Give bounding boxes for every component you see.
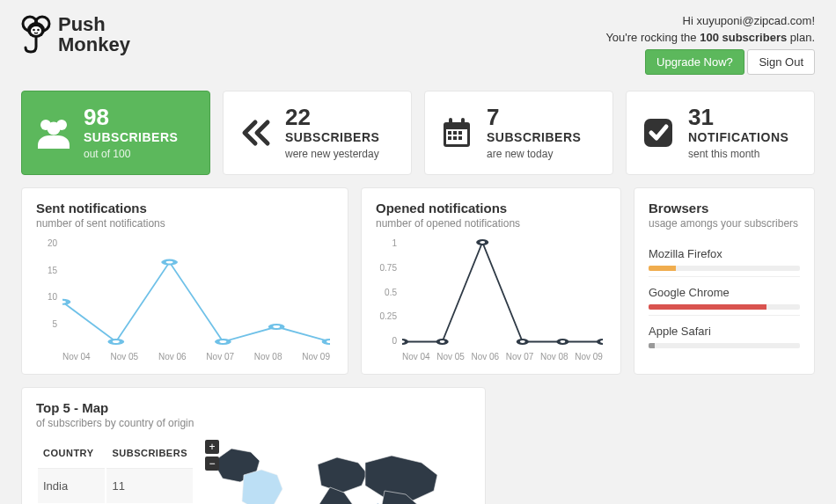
table-row: India11: [38, 468, 193, 502]
svg-point-21: [110, 340, 121, 344]
card-value: 31: [688, 106, 788, 128]
svg-point-29: [518, 340, 527, 344]
browser-name: Apple Safari: [649, 325, 800, 338]
svg-point-5: [37, 29, 40, 32]
logo-text: PushMonkey: [58, 14, 130, 55]
card-label: SUBSCRIBERS: [84, 130, 178, 144]
svg-point-25: [324, 340, 330, 344]
panel-title: Browsers: [649, 201, 800, 215]
panel-title: Opened notifications: [376, 201, 606, 215]
svg-point-22: [164, 260, 175, 265]
check-square-icon: [639, 113, 678, 152]
svg-point-24: [271, 325, 282, 329]
browser-name: Mozilla Firefox: [649, 247, 800, 260]
card-label: SUBSCRIBERS: [487, 130, 581, 144]
upgrade-button[interactable]: Upgrade Now?: [645, 49, 744, 75]
browser-item: Apple Safari: [649, 315, 800, 354]
svg-rect-11: [449, 118, 452, 126]
browser-bar: [649, 343, 800, 348]
browser-item: Mozilla Firefox: [649, 238, 800, 276]
chevrons-left-icon: [236, 113, 275, 152]
plan-line: You're rocking the 100 subscribers plan.: [605, 31, 815, 44]
card-sub: are new today: [487, 148, 581, 160]
monkey-icon: [21, 15, 51, 54]
calendar-icon: [437, 113, 476, 152]
panel-title: Top 5 - Map: [36, 400, 471, 415]
browser-name: Google Chrome: [649, 286, 800, 299]
stat-card: 31NOTIFICATIONSsent this month: [626, 91, 815, 175]
svg-point-27: [438, 340, 447, 344]
svg-point-31: [598, 340, 603, 344]
svg-point-30: [558, 340, 567, 344]
signout-button[interactable]: Sign Out: [747, 49, 815, 75]
browsers-panel: Browsers usage amongs your subscribers M…: [634, 187, 815, 375]
svg-point-20: [62, 300, 69, 304]
logo: PushMonkey: [21, 14, 130, 55]
opened-panel: Opened notifications number of opened no…: [361, 187, 621, 375]
svg-point-4: [33, 29, 35, 32]
sent-chart: 2015105Nov 04Nov 05Nov 06Nov 07Nov 08Nov…: [36, 238, 334, 362]
svg-point-23: [217, 340, 229, 344]
svg-point-8: [48, 122, 61, 135]
card-label: SUBSCRIBERS: [285, 130, 379, 144]
browser-item: Google Chrome: [649, 276, 800, 315]
svg-rect-14: [453, 131, 457, 135]
svg-rect-12: [461, 118, 465, 126]
stat-card: 22SUBSCRIBERSwere new yesterday: [223, 91, 412, 175]
map-panel: Top 5 - Map of subscribers by country of…: [21, 387, 486, 504]
opened-chart: 10.750.50.250Nov 04Nov 05Nov 06Nov 07Nov…: [376, 238, 606, 362]
svg-rect-13: [448, 131, 451, 135]
svg-point-28: [478, 240, 487, 245]
stat-card: 7SUBSCRIBERSare new today: [424, 91, 613, 175]
browser-bar: [649, 266, 800, 271]
svg-rect-17: [453, 136, 457, 140]
card-sub: out of 100: [84, 148, 178, 160]
panel-title: Sent notifications: [36, 201, 334, 215]
greeting: Hi xuyuponi@zipcad.com!: [605, 14, 815, 27]
browser-bar: [649, 304, 800, 310]
card-value: 22: [285, 106, 379, 128]
users-icon: [34, 113, 73, 152]
card-sub: were new yesterday: [285, 148, 379, 160]
zoom-out-button[interactable]: −: [205, 457, 219, 471]
stat-card: 98SUBSCRIBERSout of 100: [21, 91, 210, 175]
svg-rect-16: [448, 136, 451, 140]
svg-point-26: [402, 340, 407, 344]
zoom-in-button[interactable]: +: [205, 440, 219, 454]
svg-rect-15: [458, 131, 462, 135]
card-value: 7: [487, 106, 581, 128]
world-map[interactable]: [203, 438, 467, 504]
card-value: 98: [84, 106, 178, 128]
card-sub: sent this month: [688, 148, 788, 160]
sent-panel: Sent notifications number of sent notifi…: [21, 187, 348, 375]
svg-rect-18: [458, 136, 462, 140]
card-label: NOTIFICATIONS: [688, 130, 788, 144]
map-table: COUNTRYSUBSCRIBERS India11United States5: [36, 438, 194, 504]
